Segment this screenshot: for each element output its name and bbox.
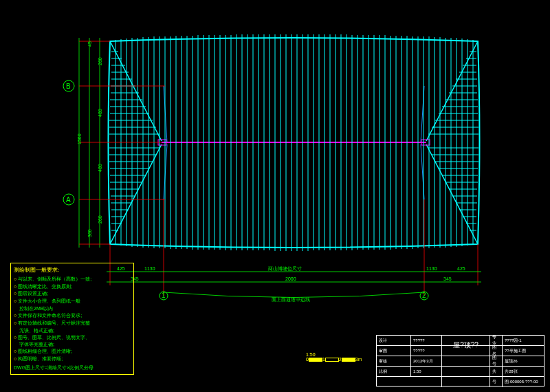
tb-check-label: 审图 [377, 346, 411, 356]
dim-v-total: 1560 [77, 133, 82, 144]
notes-item-cont: 字体等完整正确; [19, 341, 131, 348]
notes-item: 文件大小合理、条列图纸一般 [14, 298, 131, 305]
dim-h-seg3: 1130 [426, 266, 437, 271]
dim-h-total2: 2000 [285, 276, 296, 281]
notes-item: 图线清晰定比、交换原则; [14, 283, 131, 290]
scale-bar: 1:50 0 1 2 3m [306, 352, 375, 373]
tb-scale-label: 比例 [377, 367, 411, 376]
dim-h-seg2: 1130 [144, 266, 155, 271]
notes-item: 构图明暗、准要停顺; [14, 356, 131, 362]
notes-item-cont: 无误、格式正确; [19, 327, 131, 334]
dim-h-mid: 两山博缝位尺寸 [268, 266, 302, 271]
grid-label-b: B [66, 83, 71, 90]
grid-label-1: 1 [162, 292, 166, 299]
dim-v-seg2: 480 [98, 109, 102, 117]
notes-item: 图线粗细合理、图片清晰; [14, 348, 131, 355]
dim-v-overall: 360 [87, 229, 92, 237]
notes-item: 文件保存和文件命名符合要求; [14, 312, 131, 319]
scale-ratio: 1:50 [306, 352, 375, 357]
hip-line-tr [426, 41, 478, 141]
dim-v-top1: 45 [87, 41, 92, 47]
dim-v-seg1: 260 [98, 57, 102, 65]
dim-h-total3: 345 [443, 276, 452, 281]
bottom-arc-label: 面上面通道中边线 [272, 297, 310, 302]
grid-label-2: 2 [422, 292, 426, 299]
notes-item: 有定位轴线和编号、尺寸标注完整 [14, 320, 131, 327]
notes-item: 与以东、倒顺及所样（高数）一致; [14, 276, 131, 283]
dim-v-seg3: 480 [98, 164, 102, 172]
notes-title: 测绘制图一般要求: [14, 266, 131, 274]
dim-h-seg4: 425 [457, 266, 465, 271]
title-block: 设计 ????? 屋?顶?? 专业 ????园-1 审图 ????? 图名 ??… [376, 335, 544, 386]
tb-date-label: 审核 [377, 356, 411, 366]
notes-panel: 测绘制图一般要求: 与以东、倒顺及所样（高数）一致; 图线清晰定比、交换原则; … [10, 263, 134, 375]
notes-item-cont: 控制在2MB以内 [19, 305, 131, 312]
grid-label-a: A [66, 196, 71, 204]
notes-item: 图层设置正确; [14, 290, 131, 297]
notes-item: 图号、图幕、比例尺、说明文字、 [14, 334, 131, 341]
dim-v-seg4: 260 [98, 215, 102, 224]
hip-line-br [426, 144, 478, 244]
tb-design-label: 设计 [377, 336, 411, 345]
notes-footer: DWG图上尺寸=测绘尺寸×比例尺分母 [14, 364, 131, 371]
